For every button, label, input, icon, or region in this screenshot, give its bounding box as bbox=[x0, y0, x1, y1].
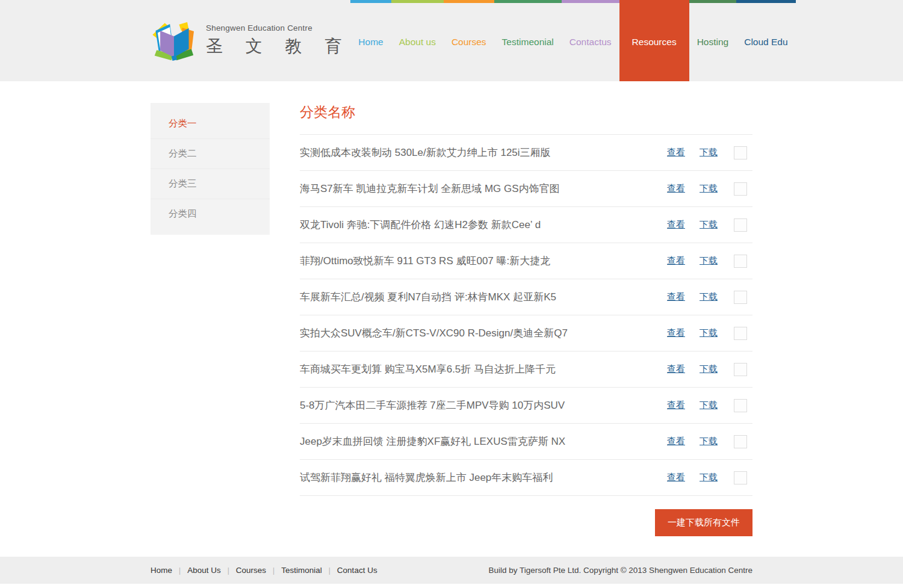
nav-item-label: Courses bbox=[452, 37, 486, 48]
file-row-title: 5-8万广汽本田二手车源推荐 7座二手MPV导购 10万内SUV bbox=[300, 398, 565, 412]
file-list-section: 分类名称 实测低成本改装制动 530Le/新款艾力绅上市 125i三厢版 查看 … bbox=[300, 103, 752, 536]
view-link[interactable]: 查看 bbox=[667, 327, 685, 339]
download-link[interactable]: 下载 bbox=[700, 183, 718, 194]
site-header: Shengwen Education Centre 圣 文 教 育 Home A… bbox=[0, 0, 903, 81]
row-checkbox[interactable] bbox=[734, 471, 747, 484]
download-link[interactable]: 下载 bbox=[700, 400, 718, 411]
file-row: Jeep岁末血拼回馈 注册捷豹XF赢好礼 LEXUS雷克萨斯 NX 查看 下载 bbox=[300, 424, 752, 460]
file-row: 菲翔/Ottimo致悦新车 911 GT3 RS 威旺007 曝:新大捷龙 查看… bbox=[300, 243, 752, 279]
main-nav: Home About us Courses Testimeonial bbox=[350, 0, 795, 81]
file-row: 海马S7新车 凯迪拉克新车计划 全新思域 MG GS内饰官图 查看 下载 bbox=[300, 171, 752, 207]
row-checkbox[interactable] bbox=[734, 255, 747, 268]
nav-item-label: Hosting bbox=[697, 37, 729, 48]
nav-item[interactable]: About us bbox=[391, 0, 444, 81]
nav-item[interactable]: Contactus bbox=[562, 0, 619, 81]
brand-name-zh: 圣 文 教 育 bbox=[206, 35, 350, 58]
download-link[interactable]: 下载 bbox=[700, 436, 718, 447]
nav-item-label: Resources bbox=[632, 37, 677, 48]
sidebar-category-item[interactable]: 分类二 bbox=[150, 139, 270, 169]
page-title: 分类名称 bbox=[300, 103, 752, 122]
download-link[interactable]: 下载 bbox=[700, 219, 718, 231]
nav-item[interactable]: Home bbox=[350, 0, 391, 81]
row-checkbox[interactable] bbox=[734, 218, 747, 232]
file-row-title: 海马S7新车 凯迪拉克新车计划 全新思域 MG GS内饰官图 bbox=[300, 182, 560, 196]
row-checkbox[interactable] bbox=[734, 399, 747, 412]
nav-item[interactable]: Cloud Edu bbox=[736, 0, 795, 81]
nav-item-label: Home bbox=[358, 37, 383, 48]
file-row: 5-8万广汽本田二手车源推荐 7座二手MPV导购 10万内SUV 查看 下载 bbox=[300, 388, 752, 424]
view-link[interactable]: 查看 bbox=[667, 255, 685, 267]
footer-link[interactable]: About Us bbox=[187, 566, 221, 575]
nav-item-label: Cloud Edu bbox=[744, 37, 787, 48]
row-checkbox[interactable] bbox=[734, 291, 747, 304]
nav-item[interactable]: Resources bbox=[619, 0, 689, 81]
file-row: 双龙Tivoli 奔驰:下调配件价格 幻速H2参数 新款Cee’ d 查看 下载 bbox=[300, 207, 752, 243]
file-row-title: 试驾新菲翔赢好礼 福特翼虎焕新上市 Jeep年末购车福利 bbox=[300, 471, 553, 484]
file-row-title: 菲翔/Ottimo致悦新车 911 GT3 RS 威旺007 曝:新大捷龙 bbox=[300, 254, 550, 268]
book-logo-icon bbox=[150, 20, 197, 62]
nav-item-label: About us bbox=[399, 37, 436, 48]
view-link[interactable]: 查看 bbox=[667, 364, 685, 375]
logo[interactable]: Shengwen Education Centre 圣 文 教 育 bbox=[150, 20, 350, 62]
nav-item[interactable]: Courses bbox=[444, 0, 494, 81]
row-checkbox[interactable] bbox=[734, 435, 747, 448]
file-row-title: 车展新车汇总/视频 夏利N7自动挡 评:林肯MKX 起亚新K5 bbox=[300, 290, 556, 304]
footer-link[interactable]: Home bbox=[150, 566, 172, 575]
file-row-title: 车商城买车更划算 购宝马X5M享6.5折 马自达折上降千元 bbox=[300, 362, 556, 376]
category-sidebar: 分类一 分类二 分类三 分类四 bbox=[150, 103, 270, 235]
file-row-title: Jeep岁末血拼回馈 注册捷豹XF赢好礼 LEXUS雷克萨斯 NX bbox=[300, 435, 565, 448]
file-row: 车商城买车更划算 购宝马X5M享6.5折 马自达折上降千元 查看 下载 bbox=[300, 351, 752, 388]
file-row: 实拍大众SUV概念车/新CTS-V/XC90 R-Design/奥迪全新Q7 查… bbox=[300, 315, 752, 351]
file-row-title: 实拍大众SUV概念车/新CTS-V/XC90 R-Design/奥迪全新Q7 bbox=[300, 326, 568, 340]
nav-item[interactable]: Hosting bbox=[689, 0, 737, 81]
sidebar-category-item[interactable]: 分类一 bbox=[150, 109, 270, 139]
file-row: 实测低成本改装制动 530Le/新款艾力绅上市 125i三厢版 查看 下载 bbox=[300, 135, 752, 171]
nav-item-label: Contactus bbox=[569, 37, 612, 48]
nav-item[interactable]: Testimeonial bbox=[494, 0, 562, 81]
view-link[interactable]: 查看 bbox=[667, 183, 685, 194]
download-link[interactable]: 下载 bbox=[700, 364, 718, 375]
download-all-button[interactable]: 一建下载所有文件 bbox=[655, 509, 752, 536]
file-row: 试驾新菲翔赢好礼 福特翼虎焕新上市 Jeep年末购车福利 查看 下载 bbox=[300, 460, 752, 496]
file-row: 车展新车汇总/视频 夏利N7自动挡 评:林肯MKX 起亚新K5 查看 下载 bbox=[300, 279, 752, 315]
sidebar-category-item[interactable]: 分类四 bbox=[150, 199, 270, 229]
download-link[interactable]: 下载 bbox=[700, 327, 718, 339]
brand-name-en: Shengwen Education Centre bbox=[206, 23, 350, 32]
file-row-title: 实测低成本改装制动 530Le/新款艾力绅上市 125i三厢版 bbox=[300, 146, 551, 159]
download-link[interactable]: 下载 bbox=[700, 255, 718, 267]
sidebar-category-item[interactable]: 分类三 bbox=[150, 169, 270, 199]
row-checkbox[interactable] bbox=[734, 182, 747, 196]
file-row-title: 双龙Tivoli 奔驰:下调配件价格 幻速H2参数 新款Cee’ d bbox=[300, 218, 541, 232]
view-link[interactable]: 查看 bbox=[667, 472, 685, 483]
view-link[interactable]: 查看 bbox=[667, 291, 685, 303]
footer-link[interactable]: Testimonial bbox=[281, 566, 322, 575]
nav-item-label: Testimeonial bbox=[502, 37, 554, 48]
download-link[interactable]: 下载 bbox=[700, 147, 718, 158]
site-footer: Home About Us Courses Testimonial Contac… bbox=[0, 557, 903, 584]
view-link[interactable]: 查看 bbox=[667, 436, 685, 447]
view-link[interactable]: 查看 bbox=[667, 400, 685, 411]
footer-link[interactable]: Courses bbox=[236, 566, 266, 575]
row-checkbox[interactable] bbox=[734, 327, 747, 340]
copyright-text: Build by Tigersoft Pte Ltd. Copyright © … bbox=[489, 566, 752, 575]
footer-link[interactable]: Contact Us bbox=[337, 566, 377, 575]
view-link[interactable]: 查看 bbox=[667, 219, 685, 231]
view-link[interactable]: 查看 bbox=[667, 147, 685, 158]
row-checkbox[interactable] bbox=[734, 146, 747, 159]
download-link[interactable]: 下载 bbox=[700, 291, 718, 303]
row-checkbox[interactable] bbox=[734, 363, 747, 376]
download-link[interactable]: 下载 bbox=[700, 472, 718, 483]
